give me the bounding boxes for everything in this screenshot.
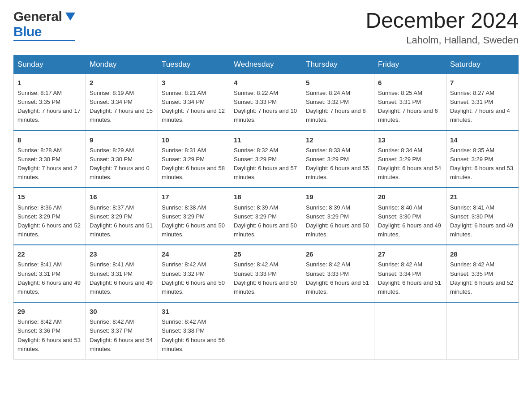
daylight-text: Daylight: 6 hours and 54 minutes.: [90, 337, 153, 352]
svg-marker-0: [65, 13, 75, 21]
col-tuesday: Tuesday: [158, 55, 230, 73]
sunrise-text: Sunrise: 8:21 AM: [162, 90, 206, 96]
days-header-row: Sunday Monday Tuesday Wednesday Thursday…: [14, 55, 519, 73]
sunrise-text: Sunrise: 8:41 AM: [17, 261, 62, 268]
week-row-2: 8Sunrise: 8:28 AMSunset: 3:30 PMDaylight…: [14, 131, 519, 188]
sunrise-text: Sunrise: 8:42 AM: [162, 261, 206, 268]
day-number: 11: [234, 135, 298, 145]
calendar-cell: 12Sunrise: 8:33 AMSunset: 3:29 PMDayligh…: [302, 131, 374, 188]
sunset-text: Sunset: 3:32 PM: [162, 270, 205, 277]
sunrise-text: Sunrise: 8:41 AM: [450, 204, 494, 211]
day-number: 28: [450, 249, 515, 259]
day-number: 19: [306, 192, 370, 202]
sunrise-text: Sunrise: 8:33 AM: [306, 147, 350, 154]
calendar-cell: 8Sunrise: 8:28 AMSunset: 3:30 PMDaylight…: [14, 131, 86, 188]
day-number: 8: [17, 135, 82, 145]
sunset-text: Sunset: 3:38 PM: [162, 327, 205, 334]
calendar-cell: 7Sunrise: 8:27 AMSunset: 3:31 PMDaylight…: [446, 73, 519, 130]
day-number: 22: [17, 249, 82, 259]
col-thursday: Thursday: [302, 55, 374, 73]
logo-underline: [13, 40, 75, 41]
calendar-cell: [374, 302, 446, 359]
sunset-text: Sunset: 3:33 PM: [234, 98, 277, 105]
sunrise-text: Sunrise: 8:38 AM: [162, 204, 206, 211]
sunset-text: Sunset: 3:29 PM: [378, 156, 421, 163]
daylight-text: Daylight: 6 hours and 51 minutes.: [378, 279, 441, 295]
calendar-cell: 14Sunrise: 8:35 AMSunset: 3:29 PMDayligh…: [446, 131, 519, 188]
sunrise-text: Sunrise: 8:42 AM: [90, 318, 134, 325]
daylight-text: Daylight: 6 hours and 49 minutes.: [17, 279, 81, 295]
daylight-text: Daylight: 7 hours and 12 minutes.: [162, 107, 225, 123]
sunrise-text: Sunrise: 8:31 AM: [162, 147, 206, 154]
calendar-cell: 6Sunrise: 8:25 AMSunset: 3:31 PMDaylight…: [374, 73, 446, 130]
daylight-text: Daylight: 6 hours and 58 minutes.: [162, 165, 225, 180]
calendar-cell: 28Sunrise: 8:42 AMSunset: 3:35 PMDayligh…: [446, 245, 519, 302]
daylight-text: Daylight: 7 hours and 0 minutes.: [90, 165, 150, 180]
day-number: 14: [450, 135, 515, 145]
sunrise-text: Sunrise: 8:39 AM: [306, 204, 350, 211]
day-number: 20: [378, 192, 442, 202]
sunset-text: Sunset: 3:34 PM: [90, 98, 133, 105]
day-number: 3: [162, 77, 226, 88]
sunrise-text: Sunrise: 8:32 AM: [234, 147, 278, 154]
week-row-5: 29Sunrise: 8:42 AMSunset: 3:36 PMDayligh…: [14, 302, 519, 359]
day-number: 5: [306, 77, 370, 88]
sunset-text: Sunset: 3:33 PM: [234, 270, 277, 277]
sunrise-text: Sunrise: 8:37 AM: [90, 204, 134, 211]
sunrise-text: Sunrise: 8:40 AM: [378, 204, 422, 211]
sunrise-text: Sunrise: 8:34 AM: [378, 147, 422, 154]
calendar-cell: 29Sunrise: 8:42 AMSunset: 3:36 PMDayligh…: [14, 302, 86, 359]
daylight-text: Daylight: 6 hours and 51 minutes.: [306, 279, 369, 295]
day-number: 18: [234, 192, 298, 202]
calendar-cell: 17Sunrise: 8:38 AMSunset: 3:29 PMDayligh…: [158, 188, 230, 245]
sunset-text: Sunset: 3:29 PM: [306, 156, 349, 163]
sunrise-text: Sunrise: 8:41 AM: [90, 261, 134, 268]
day-number: 17: [162, 192, 226, 202]
day-number: 2: [90, 77, 154, 88]
daylight-text: Daylight: 7 hours and 6 minutes.: [378, 107, 438, 123]
daylight-text: Daylight: 6 hours and 53 minutes.: [450, 165, 513, 180]
day-number: 21: [450, 192, 515, 202]
sunrise-text: Sunrise: 8:25 AM: [378, 90, 422, 96]
calendar-cell: [230, 302, 302, 359]
sunset-text: Sunset: 3:29 PM: [234, 156, 277, 163]
sunset-text: Sunset: 3:30 PM: [17, 156, 60, 163]
calendar-cell: 15Sunrise: 8:36 AMSunset: 3:29 PMDayligh…: [14, 188, 86, 245]
sunrise-text: Sunrise: 8:42 AM: [162, 318, 206, 325]
daylight-text: Daylight: 6 hours and 51 minutes.: [90, 222, 153, 238]
calendar-cell: 19Sunrise: 8:39 AMSunset: 3:29 PMDayligh…: [302, 188, 374, 245]
daylight-text: Daylight: 7 hours and 8 minutes.: [306, 107, 366, 123]
sunrise-text: Sunrise: 8:17 AM: [17, 90, 62, 96]
daylight-text: Daylight: 6 hours and 49 minutes.: [378, 222, 441, 238]
day-number: 25: [234, 249, 298, 259]
sunset-text: Sunset: 3:30 PM: [378, 213, 421, 220]
month-title: December 2024: [365, 9, 519, 33]
sunset-text: Sunset: 3:29 PM: [162, 156, 205, 163]
calendar-cell: 13Sunrise: 8:34 AMSunset: 3:29 PMDayligh…: [374, 131, 446, 188]
day-number: 6: [378, 77, 442, 88]
sunset-text: Sunset: 3:35 PM: [17, 98, 60, 105]
calendar-cell: 24Sunrise: 8:42 AMSunset: 3:32 PMDayligh…: [158, 245, 230, 302]
sunset-text: Sunset: 3:30 PM: [450, 213, 493, 220]
sunrise-text: Sunrise: 8:22 AM: [234, 90, 278, 96]
col-monday: Monday: [86, 55, 158, 73]
col-sunday: Sunday: [14, 55, 86, 73]
calendar-cell: 2Sunrise: 8:19 AMSunset: 3:34 PMDaylight…: [86, 73, 158, 130]
day-number: 29: [17, 306, 82, 317]
day-number: 7: [450, 77, 515, 88]
daylight-text: Daylight: 6 hours and 56 minutes.: [162, 337, 225, 352]
sunset-text: Sunset: 3:37 PM: [90, 327, 133, 334]
sunrise-text: Sunrise: 8:24 AM: [306, 90, 350, 96]
sunset-text: Sunset: 3:31 PM: [378, 98, 421, 105]
daylight-text: Daylight: 6 hours and 50 minutes.: [234, 279, 297, 295]
day-number: 10: [162, 135, 226, 145]
location-title: Laholm, Halland, Sweden: [365, 34, 519, 46]
calendar-cell: 1Sunrise: 8:17 AMSunset: 3:35 PMDaylight…: [14, 73, 86, 130]
daylight-text: Daylight: 7 hours and 15 minutes.: [90, 107, 153, 123]
calendar-cell: 26Sunrise: 8:42 AMSunset: 3:33 PMDayligh…: [302, 245, 374, 302]
calendar-cell: 25Sunrise: 8:42 AMSunset: 3:33 PMDayligh…: [230, 245, 302, 302]
logo-text: General: [13, 9, 75, 24]
day-number: 23: [90, 249, 154, 259]
calendar-cell: 27Sunrise: 8:42 AMSunset: 3:34 PMDayligh…: [374, 245, 446, 302]
day-number: 30: [90, 306, 154, 317]
